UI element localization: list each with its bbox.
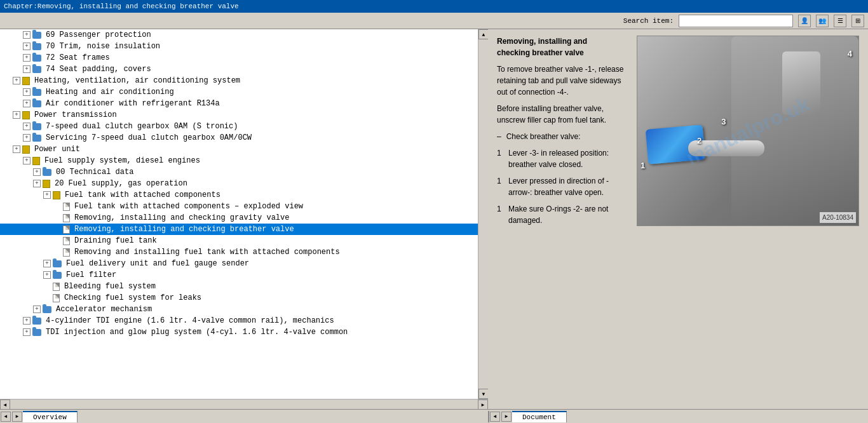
expand-icon-12[interactable]: + [23, 157, 31, 164]
scroll-left-btn[interactable]: ◄ [0, 399, 10, 410]
tree-item-2[interactable]: +70 Trim, noise insulation [0, 41, 478, 52]
status-bar: ◄ ► Overview ◄ ► Document [0, 409, 868, 423]
expand-icon-9[interactable]: + [23, 123, 31, 130]
tree-item-6[interactable]: +Heating and air conditioning [0, 86, 478, 98]
grid-btn[interactable]: ⊞ [851, 15, 864, 27]
doc-nav-right-btn[interactable]: ► [501, 412, 512, 422]
expand-icon-25[interactable]: + [33, 306, 41, 313]
scroll-up-btn[interactable]: ▲ [478, 29, 488, 39]
title-text: Chapter:Removing, installing and checkin… [4, 3, 239, 10]
tree-label-9: 7-speed dual clutch gearbox 0AM (S troni… [46, 121, 238, 132]
folder-icon-2 [32, 43, 41, 50]
tree-label-23: Bleeding fuel system [64, 281, 156, 292]
expand-icon-21[interactable]: + [43, 260, 51, 267]
expand-icon-13[interactable]: + [33, 168, 41, 176]
expand-icon-11[interactable]: + [13, 145, 20, 153]
tree-item-10[interactable]: +Servicing 7-speed dual clutch gearbox 0… [0, 132, 478, 144]
tree-item-4[interactable]: +74 Seat padding, covers [0, 64, 478, 75]
tree-item-12[interactable]: +Fuel supply system, diesel engines [0, 155, 478, 166]
tree-label-26: 4-cylinder TDI engine (1.6 ltr. 4-valve … [46, 315, 334, 326]
user-btn[interactable]: 👤 [798, 15, 811, 27]
tree-item-5[interactable]: +Heating, ventilation, air conditioning … [0, 75, 478, 86]
expand-icon-27[interactable]: + [23, 328, 31, 336]
expand-icon-15[interactable]: + [43, 191, 51, 199]
tree-item-21[interactable]: +Fuel delivery unit and fuel gauge sende… [0, 258, 478, 269]
step-text-2: Check breather valve: [506, 131, 581, 142]
step-num-5: 1 [497, 203, 506, 226]
expand-icon-6[interactable]: + [23, 88, 31, 96]
tree-item-14[interactable]: +20 Fuel supply, gas operation [0, 178, 478, 189]
expand-icon-8[interactable]: + [13, 111, 20, 119]
content-image: 1 2 3 4 manualpro.uk A20-10834 [637, 36, 859, 226]
tree-label-3: 72 Seat frames [46, 52, 110, 64]
tree-label-2: 70 Trim, noise insulation [46, 41, 160, 52]
tree-item-3[interactable]: +72 Seat frames [0, 52, 478, 64]
search-input[interactable] [679, 15, 793, 27]
expand-icon-10[interactable]: + [23, 134, 31, 142]
tree-item-1[interactable]: +69 Passenger protection [0, 29, 478, 41]
tree-scrollbar[interactable]: ▲ ▼ [478, 29, 488, 399]
tree-item-13[interactable]: +00 Technical data [0, 166, 478, 178]
tree-item-7[interactable]: +Air conditioner with refrigerant R134a [0, 98, 478, 109]
expand-icon-14[interactable]: + [33, 180, 41, 187]
tree-item-24[interactable]: Checking fuel system for leaks [0, 292, 478, 304]
folder-icon-13 [43, 169, 51, 176]
tree-item-25[interactable]: +Accelerator mechanism [0, 304, 478, 315]
step-4: 1 Lever pressed in direction of -arrow-:… [497, 175, 624, 198]
scroll-track [478, 39, 488, 389]
tree-item-11[interactable]: +Power unit [0, 144, 478, 155]
folder-icon-10 [32, 135, 41, 142]
tree-item-9[interactable]: +7-speed dual clutch gearbox 0AM (S tron… [0, 121, 478, 132]
tree-item-20[interactable]: Removing and installing fuel tank with a… [0, 246, 478, 258]
scroll-down-btn[interactable]: ▼ [478, 389, 488, 399]
expand-icon-7[interactable]: + [23, 100, 31, 107]
tree-label-19: Draining fuel tank [74, 235, 157, 246]
document-tab[interactable]: Document [512, 411, 567, 422]
tree-item-17[interactable]: Removing, installing and checking gravit… [0, 212, 478, 224]
tree-item-19[interactable]: Draining fuel tank [0, 235, 478, 246]
menu-btn[interactable]: ☰ [834, 15, 846, 27]
tree-item-15[interactable]: +Fuel tank with attached components [0, 189, 478, 201]
scroll-right-btn[interactable]: ► [478, 399, 488, 410]
folder-icon-3 [32, 55, 41, 62]
doc-icon-16 [63, 203, 70, 211]
img-label-3: 3 [721, 116, 726, 128]
doc-icon-18 [63, 225, 70, 234]
expand-icon-5[interactable]: + [13, 77, 20, 84]
expand-icon-1[interactable]: + [23, 31, 31, 39]
step-text-5: Make sure O-rings -2- are not damaged. [508, 203, 624, 226]
book-icon-5 [22, 77, 30, 85]
tree-item-27[interactable]: +TDI injection and glow plug system (4-c… [0, 326, 478, 338]
tree-label-11: Power unit [34, 144, 80, 155]
tree-label-10: Servicing 7-speed dual clutch gearbox 0A… [46, 132, 252, 144]
doc-nav-left-btn[interactable]: ◄ [490, 412, 500, 422]
nav-right-btn[interactable]: ► [12, 412, 22, 422]
overview-tab[interactable]: Overview [23, 411, 78, 422]
content-area: Removing, installing and checking breath… [488, 29, 868, 409]
users-btn[interactable]: 👥 [816, 15, 829, 27]
book-icon-12 [32, 157, 40, 165]
tree-item-23[interactable]: Bleeding fuel system [0, 281, 478, 292]
step-text-4: Lever pressed in direction of -arrow-: b… [508, 175, 624, 198]
step-text-1: Before installing breather valve, unscre… [497, 103, 624, 126]
nav-left-btn[interactable]: ◄ [1, 412, 11, 422]
step-num-3: 1 [497, 147, 506, 170]
expand-icon-3[interactable]: + [23, 54, 31, 62]
expand-icon-2[interactable]: + [23, 43, 31, 50]
expand-icon-22[interactable]: + [43, 271, 51, 279]
folder-icon-7 [32, 100, 41, 107]
tree-h-scrollbar[interactable]: ◄ ► [0, 399, 488, 409]
tree-item-8[interactable]: +Power transmission [0, 109, 478, 121]
tree-item-22[interactable]: +Fuel filter [0, 269, 478, 281]
tree-item-16[interactable]: Fuel tank with attached components – exp… [0, 201, 478, 212]
doc-icon-20 [63, 248, 70, 257]
tree-label-17: Removing, installing and checking gravit… [74, 212, 289, 224]
tree-label-24: Checking fuel system for leaks [64, 292, 201, 304]
expand-icon-26[interactable]: + [23, 317, 31, 325]
tree-label-15: Fuel tank with attached components [65, 189, 220, 201]
expand-icon-4[interactable]: + [23, 65, 31, 73]
tree-label-5: Heating, ventilation, air conditioning s… [34, 75, 240, 86]
tree-item-18[interactable]: Removing, installing and checking breath… [0, 224, 478, 235]
step-text-3: Lever -3- in released position: breather… [508, 147, 624, 170]
tree-item-26[interactable]: +4-cylinder TDI engine (1.6 ltr. 4-valve… [0, 315, 478, 326]
